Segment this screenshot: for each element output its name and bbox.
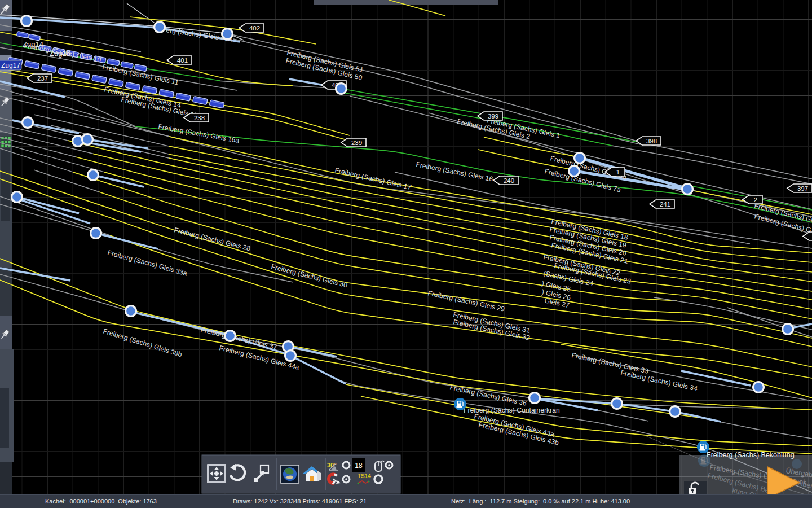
svg-text:Draws: 1242 Vx: 328348 Prims:: Draws: 1242 Vx: 328348 Prims: 419061 FPS… <box>233 498 367 505</box>
svg-text:401: 401 <box>177 57 188 64</box>
svg-text:18: 18 <box>355 462 363 470</box>
svg-text:238: 238 <box>194 115 205 121</box>
svg-text:1: 1 <box>616 169 620 176</box>
svg-text:Zug14: Zug14 <box>23 40 43 49</box>
svg-text:237: 237 <box>37 75 48 82</box>
svg-text:Zug16: Zug16 <box>50 49 70 58</box>
svg-text:241: 241 <box>660 201 670 208</box>
svg-text:399: 399 <box>488 113 498 120</box>
svg-text:240: 240 <box>504 177 514 184</box>
svg-text:Netz: Läng.: 112.7 m Steigun: Netz: Läng.: 112.7 m Steigung: 0.0 ‰ auf… <box>451 498 630 505</box>
svg-text:402: 402 <box>249 25 260 32</box>
svg-text:Kachel: -000001+000000 Objekt: Kachel: -000001+000000 Objekte: 1763 <box>45 498 157 505</box>
svg-text:TS14: TS14 <box>358 473 371 479</box>
svg-text:239: 239 <box>351 139 362 146</box>
svg-text:398: 398 <box>646 138 657 144</box>
svg-text:Freiberg (Sachs) Containerkran: Freiberg (Sachs) Containerkran <box>464 406 560 414</box>
svg-text:2: 2 <box>754 196 757 203</box>
svg-text:397: 397 <box>797 185 808 192</box>
svg-text:Zug17: Zug17 <box>1 62 20 69</box>
svg-text:Freiberg (Sachs) Bekohlung: Freiberg (Sachs) Bekohlung <box>707 451 795 459</box>
